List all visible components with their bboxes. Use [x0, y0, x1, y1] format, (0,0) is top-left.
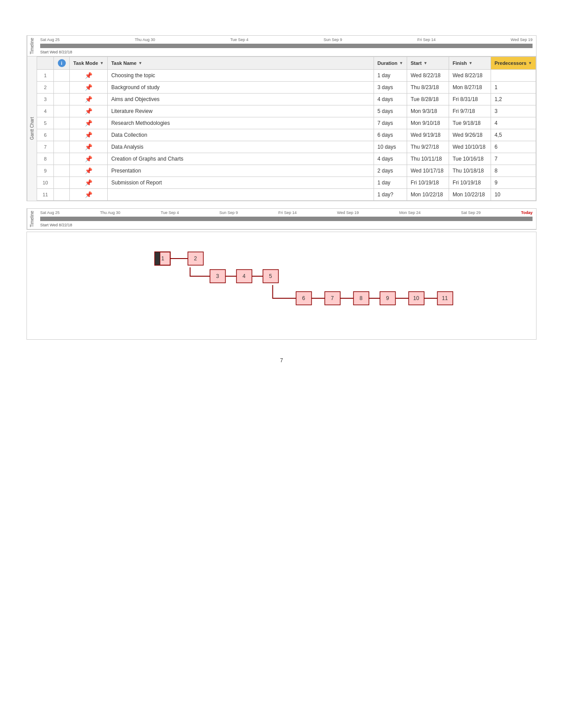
row-duration-1: 1 day: [374, 70, 407, 82]
row-finish-4: Fri 9/7/18: [449, 105, 491, 117]
row-finish-3: Fri 8/31/18: [449, 94, 491, 105]
row-duration-4: 5 days: [374, 105, 407, 117]
row-taskname-6: Data Collection: [107, 129, 374, 141]
row-num-11: 11: [37, 189, 54, 201]
node-11-label: 11: [442, 295, 448, 301]
row-taskmode-6: 📌: [70, 129, 108, 141]
th-predecessors[interactable]: Predecessors ▼: [491, 57, 536, 70]
date-aug25: Sat Aug 25: [40, 38, 60, 42]
table-row: 2 📌 Background of study 3 days Thu 8/23/…: [37, 82, 536, 94]
finish-sort-arrow: ▼: [469, 61, 472, 65]
table-row: 6 📌 Data Collection 6 days Wed 9/19/18 W…: [37, 129, 536, 141]
row-finish-10: Fri 10/19/18: [449, 177, 491, 189]
today-label: Today: [521, 210, 533, 215]
row-pred-2: 1: [491, 82, 536, 94]
row-taskmode-8: 📌: [70, 153, 108, 165]
b-date-aug30: Thu Aug 30: [100, 210, 121, 215]
row-taskmode-2: 📌: [70, 82, 108, 94]
row-taskmode-5: 📌: [70, 117, 108, 129]
row-pred-4: 3: [491, 105, 536, 117]
taskmode-sort-arrow: ▼: [100, 61, 104, 65]
row-num-9: 9: [37, 165, 54, 177]
row-finish-7: Wed 10/10/18: [449, 141, 491, 153]
row-num-8: 8: [37, 153, 54, 165]
task-mode-icon-6: 📌: [85, 131, 92, 139]
row-taskname-2: Background of study: [107, 82, 374, 94]
pred-sort-arrow: ▼: [528, 61, 532, 65]
row-info-8: [54, 153, 70, 165]
timeline-content-bottom: Sat Aug 25 Thu Aug 30 Tue Sep 4 Sun Sep …: [37, 209, 536, 229]
row-info-2: [54, 82, 70, 94]
b-date-sep9: Sun Sep 9: [219, 210, 238, 215]
row-start-7: Thu 9/27/18: [407, 141, 449, 153]
network-section: 1 2 3 4 5 6 7 8 9: [26, 232, 537, 340]
row-taskmode-1: 📌: [70, 70, 108, 82]
row-taskname-11: [107, 189, 374, 201]
row-finish-1: Wed 8/22/18: [449, 70, 491, 82]
th-start[interactable]: Start ▼: [407, 57, 449, 70]
th-taskname[interactable]: Task Name ▼: [107, 57, 374, 70]
th-duration[interactable]: Duration ▼: [374, 57, 407, 70]
th-taskmode[interactable]: Task Mode ▼: [70, 57, 108, 70]
th-info: i: [54, 57, 70, 70]
timeline-bar-wrapper-top: [40, 43, 533, 49]
b-date-sep4: Tue Sep 4: [161, 210, 179, 215]
row-taskname-1: Choosing the topic: [107, 70, 374, 82]
row-duration-11: 1 day?: [374, 189, 407, 201]
node-7-label: 7: [331, 295, 334, 301]
row-start-1: Wed 8/22/18: [407, 70, 449, 82]
row-duration-8: 4 days: [374, 153, 407, 165]
row-duration-9: 2 days: [374, 165, 407, 177]
row-taskname-4: Literature Review: [107, 105, 374, 117]
row-start-8: Thu 10/11/18: [407, 153, 449, 165]
row-pred-6: 4,5: [491, 129, 536, 141]
table-row: 8 📌 Creation of Graphs and Charts 4 days…: [37, 153, 536, 165]
row-pred-8: 7: [491, 153, 536, 165]
date-sep19: Wed Sep 19: [511, 38, 533, 42]
row-pred-11: 10: [491, 189, 536, 201]
task-mode-icon-10: 📌: [85, 179, 92, 186]
row-start-11: Mon 10/22/18: [407, 189, 449, 201]
timeline-section2: Timeline Sat Aug 25 Thu Aug 30 Tue Sep 4…: [26, 208, 537, 230]
info-icon: i: [58, 59, 66, 67]
date-aug30: Thu Aug 30: [135, 38, 155, 42]
gantt-chart-label: Gantt Chart: [27, 56, 37, 201]
timeline-top2: Timeline Sat Aug 25 Thu Aug 30 Tue Sep 4…: [27, 209, 536, 229]
node-2-label: 2: [194, 255, 197, 262]
row-duration-10: 1 day: [374, 177, 407, 189]
th-finish[interactable]: Finish ▼: [449, 57, 491, 70]
row-start-5: Mon 9/10/18: [407, 117, 449, 129]
node-6-label: 6: [302, 295, 305, 301]
timeline-dates-top: Sat Aug 25 Thu Aug 30 Tue Sep 4 Sun Sep …: [40, 38, 533, 42]
node-9-label: 9: [386, 295, 389, 301]
node-8-label: 8: [359, 295, 363, 301]
task-mode-icon-1: 📌: [85, 72, 92, 79]
row-num-2: 2: [37, 82, 54, 94]
row-taskname-9: Presentation: [107, 165, 374, 177]
th-num: [37, 57, 54, 70]
date-sep4: Tue Sep 4: [230, 38, 248, 42]
row-num-10: 10: [37, 177, 54, 189]
page-container: Timeline Sat Aug 25 Thu Aug 30 Tue Sep 4…: [0, 0, 563, 728]
task-mode-icon-9: 📌: [85, 167, 92, 174]
table-row: 7 📌 Data Analysis 10 days Thu 9/27/18 We…: [37, 141, 536, 153]
date-sep14: Fri Sep 14: [417, 38, 436, 42]
row-pred-1: [491, 70, 536, 82]
b-date-sep19: Wed Sep 19: [337, 210, 359, 215]
row-info-4: [54, 105, 70, 117]
taskname-sort-arrow: ▼: [138, 61, 142, 65]
timeline-bar-top: [40, 44, 533, 48]
gantt-tbody: 1 📌 Choosing the topic 1 day Wed 8/22/18…: [37, 70, 536, 201]
table-row: 9 📌 Presentation 2 days Wed 10/17/18 Thu…: [37, 165, 536, 177]
duration-sort-arrow: ▼: [399, 61, 403, 65]
row-duration-7: 10 days: [374, 141, 407, 153]
task-mode-icon-7: 📌: [85, 143, 92, 150]
node-1-label: 1: [161, 255, 164, 262]
row-duration-6: 6 days: [374, 129, 407, 141]
row-finish-9: Thu 10/18/18: [449, 165, 491, 177]
table-row: 5 📌 Research Methodologies 7 days Mon 9/…: [37, 117, 536, 129]
timeline-bar-bottom: [40, 217, 533, 221]
timeline-label-top: Timeline: [27, 36, 37, 56]
row-taskname-7: Data Analysis: [107, 141, 374, 153]
row-taskmode-3: 📌: [70, 94, 108, 105]
